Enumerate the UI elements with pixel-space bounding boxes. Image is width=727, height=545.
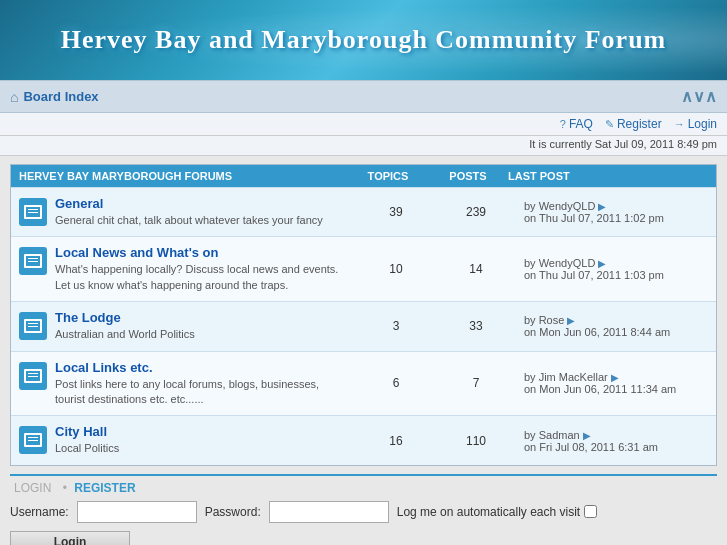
forum-cell-main: The Lodge Australian and World Politics <box>11 302 356 350</box>
password-input[interactable] <box>269 501 389 523</box>
forum-posts: 33 <box>436 302 516 350</box>
faq-label: FAQ <box>569 117 593 131</box>
forum-cell-main: City Hall Local Politics <box>11 416 356 464</box>
forum-desc: General chit chat, talk about whatever t… <box>55 213 348 228</box>
site-banner: Hervey Bay and Maryborough Community For… <box>0 0 727 80</box>
forum-name[interactable]: City Hall <box>55 424 107 439</box>
forum-desc: Australian and World Politics <box>55 327 348 342</box>
forum-info: General General chit chat, talk about wh… <box>55 196 348 228</box>
forum-icon <box>19 362 47 390</box>
forum-info: Local News and What's on What's happenin… <box>55 245 348 293</box>
autologin-checkbox[interactable] <box>584 505 597 518</box>
forum-desc: What's happening locally? Discuss local … <box>55 262 348 293</box>
login-form: Username: Password: Log me on automatica… <box>10 501 717 545</box>
section-label: HERVEY BAY MARYBOROUGH FORUMS <box>19 170 348 182</box>
forum-rows-container: General General chit chat, talk about wh… <box>11 187 716 465</box>
forum-icon-inner <box>24 433 42 447</box>
forum-topics: 3 <box>356 302 436 350</box>
login-separator: • <box>63 481 67 495</box>
forum-name[interactable]: The Lodge <box>55 310 121 325</box>
forum-name[interactable]: General <box>55 196 103 211</box>
forum-icon <box>19 247 47 275</box>
site-title: Hervey Bay and Maryborough Community For… <box>61 25 667 55</box>
forum-lastpost: by Sadman ▶ on Fri Jul 08, 2011 6:31 am <box>516 416 716 464</box>
login-icon: → <box>674 118 685 130</box>
lastpost-by: by Rose ▶ <box>524 314 575 326</box>
forum-posts: 239 <box>436 188 516 236</box>
forum-name[interactable]: Local Links etc. <box>55 360 153 375</box>
nav-bar: ? FAQ ✎ Register → Login <box>0 113 727 136</box>
forum-cell-main: General General chit chat, talk about wh… <box>11 188 356 236</box>
forum-icon-inner <box>24 319 42 333</box>
forum-row: General General chit chat, talk about wh… <box>11 187 716 236</box>
forum-row: City Hall Local Politics 16 110 by Sadma… <box>11 415 716 464</box>
forum-info: The Lodge Australian and World Politics <box>55 310 348 342</box>
breadcrumb-board-index[interactable]: Board Index <box>23 89 98 104</box>
autologin-text: Log me on automatically each visit <box>397 505 580 519</box>
forum-posts: 110 <box>436 416 516 464</box>
forum-lastpost: by WendyQLD ▶ on Thu Jul 07, 2011 1:03 p… <box>516 237 716 301</box>
login-section-label: LOGIN <box>14 481 51 495</box>
forum-icon <box>19 312 47 340</box>
forum-row: Local News and What's on What's happenin… <box>11 236 716 301</box>
lastpost-time: on Mon Jun 06, 2011 8:44 am <box>524 326 670 338</box>
forum-topics: 39 <box>356 188 436 236</box>
forum-lastpost: by WendyQLD ▶ on Thu Jul 07, 2011 1:02 p… <box>516 188 716 236</box>
forum-desc: Post links here to any local forums, blo… <box>55 377 348 408</box>
forum-name[interactable]: Local News and What's on <box>55 245 218 260</box>
forum-info: City Hall Local Politics <box>55 424 348 456</box>
forums-section: HERVEY BAY MARYBOROUGH FORUMS TOPICS POS… <box>10 164 717 466</box>
username-label: Username: <box>10 505 69 519</box>
forum-topics: 6 <box>356 352 436 416</box>
forum-cell-main: Local Links etc. Post links here to any … <box>11 352 356 416</box>
forum-desc: Local Politics <box>55 441 348 456</box>
forum-info: Local Links etc. Post links here to any … <box>55 360 348 408</box>
breadcrumb-left: ⌂ Board Index <box>10 89 99 105</box>
lastpost-by: by Jim MacKellar ▶ <box>524 371 619 383</box>
current-time: It is currently Sat Jul 09, 2011 8:49 pm <box>529 138 717 150</box>
faq-link[interactable]: ? FAQ <box>560 117 593 131</box>
forum-icon-inner <box>24 369 42 383</box>
topics-header: TOPICS <box>348 170 428 182</box>
login-title: LOGIN • REGISTER <box>10 481 717 495</box>
forum-topics: 16 <box>356 416 436 464</box>
posts-header: POSTS <box>428 170 508 182</box>
forum-row: The Lodge Australian and World Politics … <box>11 301 716 350</box>
lastpost-by: by WendyQLD ▶ <box>524 200 606 212</box>
register-icon: ✎ <box>605 118 614 131</box>
forum-icon-inner <box>24 205 42 219</box>
forum-topics: 10 <box>356 237 436 301</box>
status-bar: It is currently Sat Jul 09, 2011 8:49 pm <box>0 136 727 156</box>
username-input[interactable] <box>77 501 197 523</box>
resize-controls[interactable]: ∧∨∧ <box>681 87 717 106</box>
forum-cell-main: Local News and What's on What's happenin… <box>11 237 356 301</box>
forum-icon <box>19 426 47 454</box>
lastpost-time: on Thu Jul 07, 2011 1:02 pm <box>524 212 664 224</box>
home-icon: ⌂ <box>10 89 18 105</box>
password-label: Password: <box>205 505 261 519</box>
faq-icon: ? <box>560 118 566 130</box>
register-label: Register <box>617 117 662 131</box>
forum-icon <box>19 198 47 226</box>
forum-posts: 14 <box>436 237 516 301</box>
breadcrumb-bar: ⌂ Board Index ∧∨∧ <box>0 80 727 113</box>
lastpost-time: on Thu Jul 07, 2011 1:03 pm <box>524 269 664 281</box>
login-button[interactable]: Login <box>10 531 130 545</box>
forum-icon-inner <box>24 254 42 268</box>
forums-table-header: HERVEY BAY MARYBOROUGH FORUMS TOPICS POS… <box>11 165 716 187</box>
login-section: LOGIN • REGISTER Username: Password: Log… <box>10 474 717 545</box>
lastpost-time: on Mon Jun 06, 2011 11:34 am <box>524 383 676 395</box>
forum-posts: 7 <box>436 352 516 416</box>
forum-lastpost: by Rose ▶ on Mon Jun 06, 2011 8:44 am <box>516 302 716 350</box>
lastpost-time: on Fri Jul 08, 2011 6:31 am <box>524 441 658 453</box>
register-link[interactable]: ✎ Register <box>605 117 662 131</box>
lastpost-by: by WendyQLD ▶ <box>524 257 606 269</box>
forum-row: Local Links etc. Post links here to any … <box>11 351 716 416</box>
login-nav-label: Login <box>688 117 717 131</box>
register-section-link[interactable]: REGISTER <box>74 481 135 495</box>
autologin-label: Log me on automatically each visit <box>397 505 597 519</box>
lastpost-header: LAST POST <box>508 170 708 182</box>
lastpost-by: by Sadman ▶ <box>524 429 591 441</box>
login-link[interactable]: → Login <box>674 117 717 131</box>
forum-lastpost: by Jim MacKellar ▶ on Mon Jun 06, 2011 1… <box>516 352 716 416</box>
